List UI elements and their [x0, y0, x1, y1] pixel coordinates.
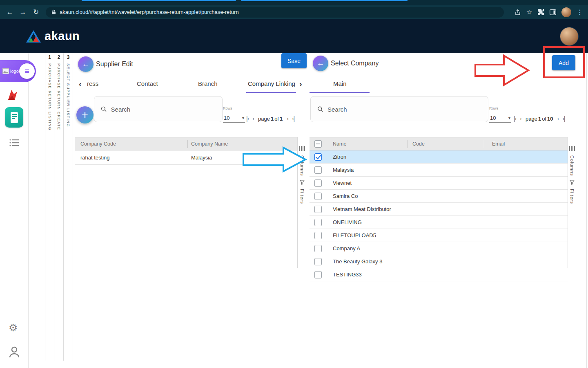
rows-per-page-label: Rows [223, 106, 232, 110]
next-page-icon[interactable]: › [557, 115, 559, 122]
column-header-code[interactable]: Code [412, 141, 425, 147]
row-checkbox[interactable] [314, 219, 322, 226]
step-purchase-return-listing[interactable]: 1 PURCHASE RETURN LISTING [45, 53, 54, 361]
row-checkbox[interactable] [314, 166, 322, 174]
row-checkbox[interactable] [314, 258, 322, 265]
side-panel-icon[interactable] [550, 9, 556, 15]
select-all-checkbox[interactable] [314, 140, 322, 148]
save-button[interactable]: Save [281, 53, 307, 68]
row-checkbox[interactable] [314, 232, 322, 239]
company-name-cell: Malaysia [333, 167, 354, 173]
company-name-cell: ONELIVING [333, 219, 362, 225]
columns-control[interactable]: Columns [570, 155, 575, 176]
column-header-company-code[interactable]: Company Code [80, 141, 116, 147]
column-header-email[interactable]: Email [492, 141, 505, 147]
search-box[interactable] [310, 96, 488, 122]
search-input[interactable] [111, 106, 216, 113]
table-header: Name Code Email [310, 137, 568, 150]
row-checkbox[interactable] [314, 206, 322, 213]
list-menu-icon[interactable] [9, 138, 20, 149]
panel-divider [308, 53, 308, 360]
tab-company-linking[interactable]: Company Linking [248, 80, 295, 87]
forward-icon[interactable]: → [17, 8, 29, 16]
prev-page-icon[interactable]: ‹ [520, 115, 521, 122]
broken-image-icon [2, 68, 9, 74]
extensions-icon[interactable] [537, 9, 544, 16]
table-row[interactable]: ONELIVING [310, 216, 568, 229]
tabs-scroll-left-icon[interactable]: ‹ [79, 79, 82, 89]
back-button[interactable]: ← [78, 56, 94, 72]
reload-icon[interactable]: ↻ [30, 8, 42, 16]
user-icon[interactable] [9, 346, 20, 360]
panel-title: Select Company [331, 60, 379, 67]
tab-branch[interactable]: Branch [198, 80, 218, 87]
tab-contact[interactable]: Contact [137, 80, 158, 87]
next-page-icon[interactable]: › [287, 115, 288, 122]
tab-address-partial[interactable]: ress [87, 80, 98, 87]
filters-control[interactable]: Filters [570, 189, 575, 204]
row-checkbox[interactable] [314, 180, 322, 187]
columns-grip-icon[interactable] [569, 146, 575, 151]
table-row[interactable]: Viewnet [310, 177, 568, 190]
last-page-icon[interactable]: ›| [292, 115, 294, 122]
table-row[interactable]: Zitron [310, 150, 568, 164]
last-page-icon[interactable]: ›| [562, 115, 565, 122]
first-page-icon[interactable]: |‹ [514, 115, 516, 122]
search-input[interactable] [327, 106, 481, 113]
documents-app-icon[interactable] [5, 107, 23, 128]
tabs-scroll-right-icon[interactable]: › [299, 79, 302, 89]
column-header-company-name[interactable]: Company Name [191, 141, 228, 147]
table-row[interactable]: The Beauty Galaxy 3 [310, 255, 568, 268]
filter-icon[interactable] [300, 180, 305, 185]
gear-icon[interactable]: ⚙ [9, 322, 18, 334]
row-checkbox[interactable] [314, 193, 322, 200]
back-button[interactable]: ← [313, 56, 328, 71]
rows-per-page-select[interactable]: 10 ▾ [223, 114, 245, 123]
search-box[interactable] [94, 96, 223, 122]
company-name-cell: Zitron [333, 154, 346, 160]
app-logo-chip[interactable]: logo ≡ [0, 60, 36, 82]
share-icon[interactable] [514, 9, 521, 16]
table-row[interactable]: Malaysia [310, 164, 568, 177]
user-avatar[interactable] [560, 27, 579, 46]
step-select-supplier-listing[interactable]: 3 SELECT SUPPLIER LISTING [64, 53, 73, 361]
filter-icon[interactable] [570, 180, 575, 185]
url-text: akaun.cloud/#/applet/tnt/wavelet/erp/pur… [60, 9, 239, 15]
prev-page-icon[interactable]: ‹ [252, 115, 254, 122]
search-icon [101, 106, 107, 112]
sidebar-toggle-button[interactable]: ≡ [19, 63, 35, 79]
browser-menu-icon[interactable]: ⋮ [577, 8, 583, 16]
first-page-icon[interactable]: |‹ [246, 115, 249, 122]
document-glyph [11, 112, 18, 123]
akaun-logo[interactable]: akaun [26, 29, 80, 43]
row-checkbox[interactable] [314, 271, 322, 278]
row-checkbox[interactable] [314, 245, 322, 252]
scrollbar-track[interactable] [586, 53, 587, 368]
table-row[interactable]: Vietnam Meat Distributor [310, 203, 568, 216]
step-label: PURCHASE RETURN LISTING [48, 63, 52, 130]
company-name-cell: Viewnet [333, 180, 352, 186]
rows-per-page-select[interactable]: 10 ▾ [489, 114, 511, 123]
company-name-cell: The Beauty Galaxy 3 [333, 258, 382, 265]
table-row[interactable]: Samira Co [310, 190, 568, 203]
akaun-triangle-icon [26, 30, 41, 43]
bookmark-star-icon[interactable]: ☆ [526, 8, 532, 16]
red-app-icon[interactable] [7, 88, 19, 101]
step-number: 1 [48, 54, 51, 60]
table-row[interactable]: Company A [310, 242, 568, 255]
url-bar[interactable]: akaun.cloud/#/applet/tnt/wavelet/erp/pur… [46, 7, 504, 18]
step-number: 2 [58, 54, 60, 60]
column-divider [187, 140, 188, 148]
table-row[interactable]: TESTING33 [310, 268, 568, 281]
tab-main[interactable]: Main [333, 80, 347, 87]
hamburger-icon: ≡ [24, 67, 29, 76]
row-checkbox[interactable] [314, 153, 322, 161]
tab-bar: Main [310, 76, 576, 93]
column-header-name[interactable]: Name [333, 141, 346, 147]
table-row[interactable]: FILETOUPLOAD5 [310, 229, 568, 242]
browser-profile-avatar[interactable] [561, 7, 571, 17]
step-purchase-return-create[interactable]: 2 PURCHASE RETURN CREATE [54, 53, 64, 361]
back-icon[interactable]: ← [4, 8, 16, 16]
filters-control[interactable]: Filters [300, 189, 305, 204]
add-row-button[interactable]: + [76, 106, 94, 123]
